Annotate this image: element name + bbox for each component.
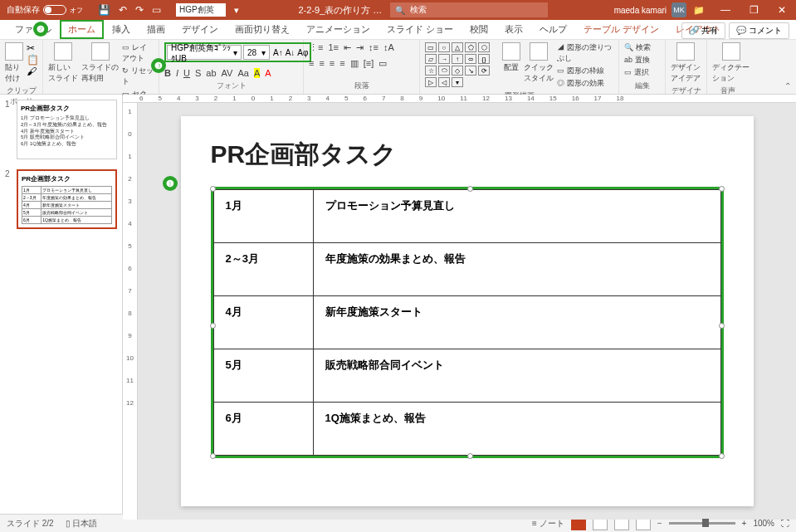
shape-fill-button[interactable]: ◢ 図形の塗りつぶし [557, 42, 613, 64]
tab-review[interactable]: 校閲 [461, 20, 496, 39]
font-name-select[interactable]: HGP創英角ｺﾞｼｯｸUB▾ [167, 45, 242, 60]
new-slide-button[interactable]: 新しい スライド [48, 42, 78, 84]
group-designer: デザイン アイデア デザイナー [666, 40, 707, 94]
format-painter-icon[interactable]: ✂📋🖌 [27, 42, 39, 77]
chevron-down-icon[interactable]: ▾ [234, 5, 239, 16]
shadow-icon[interactable]: ab [206, 68, 216, 78]
workspace: 1 PR企画部タスク 1月 プロモーション予算見直し 2月～3月 年度施策の効果… [0, 95, 796, 514]
shape-effects-button[interactable]: ◎ 図形の効果 [557, 78, 613, 89]
slide-canvas[interactable]: PR企画部タスク 1月プロモーション予算見直し 2～3月年度施策の効果まとめ、報… [181, 116, 754, 506]
align-center-icon[interactable]: ≡ [319, 58, 324, 69]
zoom-in-icon[interactable]: + [742, 519, 747, 528]
indent-inc-icon[interactable]: ⇥ [356, 42, 364, 53]
case-icon[interactable]: Aa [237, 68, 248, 78]
line-spacing-icon[interactable]: ↕≡ [369, 42, 378, 53]
tab-view[interactable]: 表示 [496, 20, 531, 39]
callout-3: ❸ [151, 58, 166, 73]
document-title: 2-2-9_表の作り方 … [299, 4, 383, 17]
bold-icon[interactable]: B [164, 68, 171, 78]
clipboard-icon [5, 42, 23, 61]
justify-icon[interactable]: ≡ [339, 58, 344, 69]
find-button[interactable]: 🔍 検索 [624, 42, 651, 53]
collapse-ribbon-icon[interactable]: ⌃ [784, 81, 791, 90]
bullets-icon[interactable]: ⋮≡ [309, 42, 323, 53]
mic-icon [722, 42, 740, 61]
shape-outline-button[interactable]: ▭ 図形の枠線 [557, 66, 613, 76]
tab-slideshow[interactable]: スライド ショー [378, 20, 461, 39]
zoom-out-icon[interactable]: − [657, 519, 662, 528]
tab-insert[interactable]: 挿入 [104, 20, 139, 39]
group-paragraph: ⋮≡ 1≡ ⇤ ⇥ ↕≡ ↕A ≡ ≡ ≡ ≡ ▥ [≡] ▭ 段落 [304, 40, 420, 94]
align-right-icon[interactable]: ≡ [330, 58, 335, 69]
table-selection[interactable]: 1月プロモーション予算見直し 2～3月年度施策の効果まとめ、報告 4月新年度施策… [211, 187, 724, 458]
vertical-ruler: 10123456789101112 [123, 103, 138, 520]
smartart-icon[interactable]: ▭ [378, 58, 387, 69]
toggle-switch[interactable] [43, 5, 66, 15]
zoom-slider[interactable] [669, 522, 735, 525]
thumbnail-2[interactable]: 2 PR企画部タスク 1月プロモーション予算見直し 2～3月年度施策の効果まとめ… [5, 169, 117, 229]
paste-button[interactable]: 貼り付け [5, 42, 23, 84]
zoom-level[interactable]: 100% [753, 519, 774, 528]
spacing-icon[interactable]: AV [222, 68, 233, 78]
tab-help[interactable]: ヘルプ [531, 20, 575, 39]
undo-icon[interactable]: ↶ [119, 4, 127, 16]
close-button[interactable]: ✕ [768, 0, 796, 20]
tab-transitions[interactable]: 画面切り替え [227, 20, 298, 39]
maximize-button[interactable]: ❐ [740, 0, 768, 20]
task-table[interactable]: 1月プロモーション予算見直し 2～3月年度施策の効果まとめ、報告 4月新年度施策… [213, 189, 721, 456]
thumbnail-1[interactable]: 1 PR企画部タスク 1月 プロモーション予算見直し 2月～3月 年度施策の効果… [5, 100, 117, 159]
reset-button[interactable]: ↻ リセット [122, 66, 154, 87]
select-button[interactable]: ▭ 選択 [624, 67, 651, 78]
chevron-down-icon: ▾ [233, 48, 237, 57]
layout-button[interactable]: ▭ レイアウト [122, 42, 154, 64]
ribbon-options-icon[interactable]: 📁 [693, 5, 705, 16]
group-voice: ディクテー ション 音声 [707, 40, 749, 94]
tab-design[interactable]: デザイン [173, 20, 227, 39]
underline-icon[interactable]: U [183, 68, 190, 78]
grow-font-icon[interactable]: A↑ [273, 48, 283, 57]
redo-icon[interactable]: ↷ [135, 4, 144, 16]
minimize-button[interactable]: ― [711, 0, 740, 20]
highlight-icon[interactable]: A [254, 68, 260, 78]
tab-draw[interactable]: 描画 [139, 20, 173, 39]
font-color-icon[interactable]: A [265, 68, 271, 78]
slide-title[interactable]: PR企画部タスク [211, 138, 724, 172]
save-icon[interactable]: 💾 [98, 4, 110, 16]
quick-styles-button[interactable]: クイック スタイル [524, 42, 554, 84]
group-editing: 🔍 検索 ab 置換 ▭ 選択 編集 [619, 40, 666, 94]
strike-icon[interactable]: S [195, 68, 201, 78]
font-size-select[interactable]: 28▾ [243, 45, 270, 60]
fit-window-icon[interactable]: ⛶ [781, 519, 789, 528]
shapes-gallery[interactable]: ▭○△⬠⬡▱ →↑⬄{}☆⬭ ◇↘⟳▷◁▾ [425, 42, 499, 87]
font-quicksearch[interactable]: HGP創英 [176, 3, 226, 17]
share-button[interactable]: 🔗 共有 [681, 22, 725, 39]
arrange-button[interactable]: 配置 [502, 42, 520, 73]
italic-icon[interactable]: I [176, 68, 178, 78]
comment-button[interactable]: 💬 コメント [729, 22, 789, 39]
table-row: 1月プロモーション予算見直し [213, 190, 720, 243]
tab-table-design[interactable]: テーブル デザイン [575, 20, 667, 39]
align-text-icon[interactable]: [≡] [364, 58, 374, 69]
text-direction-icon[interactable]: ↕A [383, 42, 394, 53]
designer-icon [676, 42, 695, 61]
dictate-button[interactable]: ディクテー ション [712, 42, 750, 84]
replace-button[interactable]: ab 置換 [624, 55, 651, 66]
language-status[interactable]: ▯ 日本語 [66, 518, 98, 530]
autosave-toggle[interactable]: 自動保存 オフ [7, 4, 83, 16]
slideshow-icon[interactable]: ▭ [152, 4, 161, 16]
numbering-icon[interactable]: 1≡ [328, 42, 339, 53]
search-box[interactable]: 🔍 検索 [390, 2, 548, 17]
user-account[interactable]: maeda kamari MK [614, 2, 686, 17]
tab-home[interactable]: ホーム [60, 20, 104, 39]
reuse-slide-button[interactable]: スライドの 再利用 [81, 42, 119, 84]
shrink-font-icon[interactable]: A↓ [286, 48, 295, 57]
thumbnail-panel: 1 PR企画部タスク 1月 プロモーション予算見直し 2月～3月 年度施策の効果… [0, 95, 123, 514]
columns-icon[interactable]: ▥ [350, 58, 359, 69]
design-ideas-button[interactable]: デザイン アイデア [671, 42, 701, 84]
edit-area: 6543210123456789101112131415161718 10123… [123, 95, 796, 514]
user-name: maeda kamari [614, 6, 667, 15]
align-left-icon[interactable]: ≡ [309, 58, 314, 69]
slide-counter[interactable]: スライド 2/2 [7, 518, 54, 530]
indent-dec-icon[interactable]: ⇤ [344, 42, 351, 53]
tab-animations[interactable]: アニメーション [298, 20, 378, 39]
